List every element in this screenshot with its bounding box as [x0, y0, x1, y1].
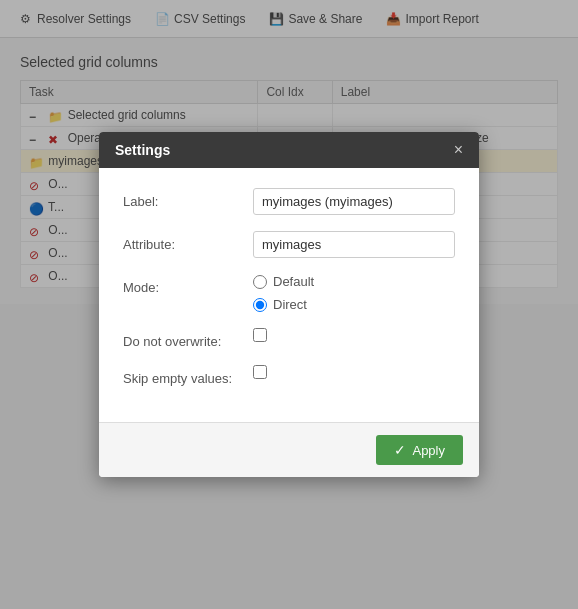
label-input[interactable]: [253, 188, 455, 215]
mode-direct-option[interactable]: Direct: [253, 297, 455, 312]
skip-empty-label: Skip empty values:: [123, 365, 253, 386]
modal-header: Settings ×: [99, 132, 479, 168]
skip-empty-checkbox[interactable]: [253, 365, 267, 379]
settings-modal: Settings × Label: Attribute: Mode:: [99, 132, 479, 477]
mode-direct-radio[interactable]: [253, 298, 267, 312]
skip-empty-checkbox-label[interactable]: [253, 365, 455, 379]
label-row: Label:: [123, 188, 455, 215]
modal-title: Settings: [115, 142, 170, 158]
apply-check-icon: ✓: [394, 442, 406, 458]
mode-default-label: Default: [273, 274, 314, 289]
apply-button[interactable]: ✓ Apply: [376, 435, 463, 465]
attribute-row: Attribute:: [123, 231, 455, 258]
mode-radio-group: Default Direct: [253, 274, 455, 312]
mode-default-radio[interactable]: [253, 275, 267, 289]
apply-label: Apply: [412, 443, 445, 458]
attribute-field-control: [253, 231, 455, 258]
modal-overlay: Settings × Label: Attribute: Mode:: [0, 0, 578, 609]
mode-row: Mode: Default Direct: [123, 274, 455, 312]
mode-default-option[interactable]: Default: [253, 274, 455, 289]
do-not-overwrite-label: Do not overwrite:: [123, 328, 253, 349]
skip-empty-row: Skip empty values:: [123, 365, 455, 386]
attribute-field-label: Attribute:: [123, 231, 253, 252]
label-field-control: [253, 188, 455, 215]
mode-direct-label: Direct: [273, 297, 307, 312]
modal-close-button[interactable]: ×: [454, 142, 463, 158]
modal-footer: ✓ Apply: [99, 422, 479, 477]
label-field-label: Label:: [123, 188, 253, 209]
do-not-overwrite-row: Do not overwrite:: [123, 328, 455, 349]
skip-empty-control: [253, 365, 455, 379]
do-not-overwrite-control: [253, 328, 455, 342]
modal-body: Label: Attribute: Mode: Default: [99, 168, 479, 422]
do-not-overwrite-checkbox-label[interactable]: [253, 328, 455, 342]
do-not-overwrite-checkbox[interactable]: [253, 328, 267, 342]
mode-field-label: Mode:: [123, 274, 253, 295]
attribute-input[interactable]: [253, 231, 455, 258]
